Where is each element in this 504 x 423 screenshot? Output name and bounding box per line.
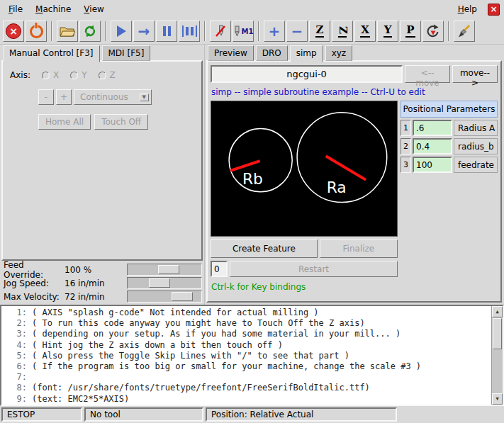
- step-icon: →: [138, 24, 150, 38]
- jog-speed-value: 16 in/min: [65, 278, 127, 288]
- gcode-listing: 1:( AXIS "splash g-code" Not intended fo…: [0, 305, 504, 406]
- gcode-line[interactable]: 8:(font: /usr/share/fonts/truetype/freef…: [1, 383, 491, 393]
- scrollbar-trough[interactable]: [492, 350, 503, 393]
- home-all-button[interactable]: Home All: [38, 114, 91, 130]
- tab-simp[interactable]: simp: [290, 45, 323, 62]
- estop-icon: ×: [6, 23, 21, 39]
- move-left-button[interactable]: <--move: [405, 65, 450, 83]
- jog-plus-button[interactable]: +: [56, 89, 72, 105]
- gcode-line-number: 8:: [1, 383, 27, 393]
- gcode-line-text: (font: /usr/share/fonts/truetype/freefon…: [27, 383, 370, 393]
- tab-manual-control[interactable]: Manual Control [F3]: [3, 45, 100, 62]
- close-icon[interactable]: ×: [488, 4, 500, 16]
- tab-dro[interactable]: DRO: [256, 45, 288, 61]
- subroutine-preview-canvas: Rb Ra: [211, 101, 398, 237]
- gcode-line[interactable]: 2:( To run this code anyway you might ha…: [1, 318, 491, 329]
- axis-y-radio[interactable]: Y: [70, 70, 86, 80]
- param-index: 2: [401, 138, 411, 154]
- machine-power-button[interactable]: [26, 21, 47, 42]
- subroutine-description: simp -- simple subroutine example -- Ctr…: [211, 83, 498, 101]
- pause-icon: [163, 26, 171, 36]
- gcode-line[interactable]: 9:(text: EMC2*5*AXIS): [1, 394, 491, 405]
- pause-button[interactable]: [156, 21, 177, 42]
- step-button[interactable]: →: [133, 21, 155, 42]
- zoom-in-icon: +: [269, 24, 281, 38]
- param-value-entry[interactable]: 0.4: [413, 138, 452, 154]
- menu-view[interactable]: View: [77, 1, 110, 17]
- param-index: 3: [401, 157, 411, 173]
- ngcgui-frame: ngcgui-0 <--move move--> simp -- simple …: [206, 60, 502, 303]
- finalize-button[interactable]: Finalize: [320, 239, 398, 258]
- gcode-line-number: 6:: [1, 361, 27, 372]
- run-button[interactable]: [111, 21, 132, 42]
- menu-machine[interactable]: Machine: [29, 1, 77, 17]
- gcode-line[interactable]: 3:( depending on your setup. As if you h…: [1, 329, 491, 339]
- view-perspective-button[interactable]: P: [400, 21, 421, 42]
- left-tabbar: Manual Control [F3] MDI [F5]: [0, 45, 204, 61]
- gcode-line[interactable]: 6:( If the program is too big or small f…: [1, 361, 491, 372]
- gcode-line-text: ( To run this code anyway you might have…: [27, 318, 365, 329]
- tab-xyz[interactable]: xyz: [325, 45, 353, 61]
- param-name-label: feedrate: [454, 157, 498, 173]
- gcode-line[interactable]: 1:( AXIS "splash g-code" Not intended fo…: [1, 308, 491, 318]
- param-value-entry[interactable]: .6: [413, 120, 452, 136]
- view-top-button[interactable]: Z: [309, 21, 330, 42]
- view-side-icon: X: [360, 25, 370, 38]
- view-side-button[interactable]: X: [354, 21, 376, 42]
- feed-override-slider[interactable]: [127, 264, 202, 276]
- gcode-line-number: 5:: [1, 351, 27, 361]
- jog-mode-select[interactable]: Continuous ▼: [74, 89, 152, 105]
- param-value-entry[interactable]: 100: [413, 157, 452, 173]
- view-rotated-top-button[interactable]: Z: [332, 21, 353, 42]
- manual-control-panel: Manual Control [F3] MDI [F5] Axis: X Y: [0, 45, 204, 305]
- status-position: Position: Relative Actual: [206, 407, 397, 422]
- gcode-line[interactable]: 5:( Also press the Toggle Skip Lines wit…: [1, 351, 491, 361]
- stop-button[interactable]: [179, 21, 200, 42]
- toggle-optional-stop-button[interactable]: M1: [233, 21, 254, 42]
- slider-thumb[interactable]: [149, 278, 170, 288]
- open-file-button[interactable]: [57, 21, 78, 42]
- gcode-line[interactable]: 4:( Hint jog the Z axis down a bit then …: [1, 340, 491, 351]
- zoom-in-button[interactable]: +: [264, 21, 285, 42]
- zoom-out-icon: −: [291, 24, 303, 38]
- param-row: 3 100 feedrate: [401, 157, 498, 173]
- slider-thumb[interactable]: [172, 292, 193, 301]
- axis-x-radio[interactable]: X: [42, 70, 59, 80]
- estop-button[interactable]: ×: [3, 21, 24, 42]
- toolbar-separator: [105, 21, 106, 41]
- scrollbar-thumb[interactable]: [493, 318, 502, 349]
- zoom-out-button[interactable]: −: [286, 21, 308, 42]
- restart-count-entry[interactable]: 0: [211, 261, 228, 277]
- toggle-skip-lines-button[interactable]: [210, 21, 231, 42]
- rotate-view-button[interactable]: [422, 21, 444, 42]
- view-front-button[interactable]: Y: [377, 21, 398, 42]
- positional-parameters: Positional Parameters 1 .6 Radius A 2 0.…: [401, 101, 498, 294]
- max-velocity-label: Max Velocity:: [4, 292, 65, 302]
- touch-off-button[interactable]: Touch Off: [94, 114, 148, 130]
- gcode-line-number: 1:: [1, 308, 27, 318]
- reload-button[interactable]: [79, 21, 101, 42]
- menu-file[interactable]: File: [2, 1, 29, 17]
- slider-thumb[interactable]: [158, 265, 179, 274]
- tab-mdi[interactable]: MDI [F5]: [102, 45, 151, 61]
- max-velocity-slider[interactable]: [127, 291, 202, 303]
- main-area: Manual Control [F3] MDI [F5] Axis: X Y: [0, 45, 504, 305]
- scroll-down-icon[interactable]: ▼: [492, 393, 503, 405]
- clear-plot-button[interactable]: [454, 21, 475, 42]
- brush-icon: [457, 24, 471, 38]
- menu-help[interactable]: Help: [452, 1, 483, 17]
- status-tool: No tool: [84, 407, 203, 422]
- axis-z-radio[interactable]: Z: [99, 70, 116, 80]
- scroll-up-icon[interactable]: ▲: [492, 306, 503, 317]
- gcode-scrollbar[interactable]: ▲ ▼: [491, 306, 503, 405]
- gcode-line[interactable]: 7:: [1, 372, 491, 383]
- restart-button[interactable]: Restart: [230, 261, 398, 277]
- create-feature-button[interactable]: Create Feature: [211, 239, 318, 258]
- jog-speed-slider[interactable]: [127, 277, 202, 289]
- tab-preview[interactable]: Preview: [208, 45, 254, 61]
- param-index: 1: [401, 120, 411, 136]
- jog-minus-button[interactable]: -: [38, 89, 54, 105]
- status-bar: ESTOP No tool Position: Relative Actual: [0, 406, 504, 423]
- move-right-button[interactable]: move-->: [452, 65, 498, 83]
- ngcgui-name-entry[interactable]: ngcgui-0: [211, 65, 403, 83]
